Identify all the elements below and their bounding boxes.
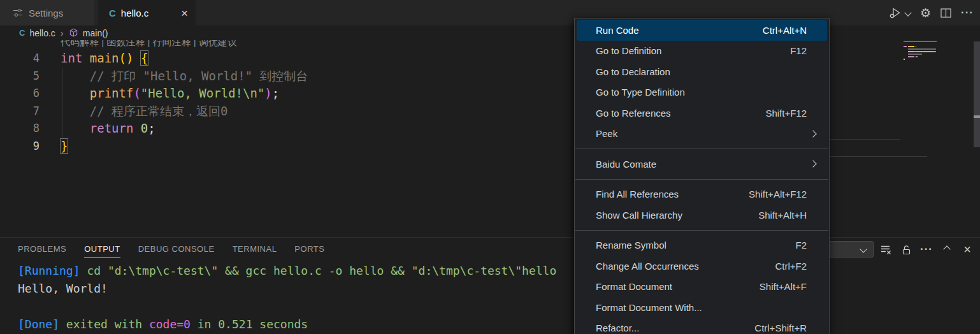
menu-item-shortcut: Ctrl+Shift+R [754,323,807,333]
menu-item-label: Go to Definition [596,45,661,56]
gear-icon[interactable]: ⚙ [920,6,931,20]
code-text: // 程序正常结束，返回0 [61,103,228,120]
tab-label: Settings [29,8,63,18]
menu-item-label: Find All References [596,189,679,200]
menu-item-label: Format Document [596,281,672,292]
menu-item-label: Run Code [596,25,639,36]
codelens-links[interactable]: 代码解释 | 函数注释 | 行间注释 | 调优建议 [61,40,443,50]
tab-label: hello.c [121,8,148,18]
line-number: 7 [0,103,40,120]
more-actions-icon[interactable]: ··· [961,6,974,19]
c-language-icon: C [109,8,116,18]
tab-close-icon[interactable]: × [181,7,188,19]
panel-tab-ports[interactable]: PORTS [294,238,324,260]
menu-item-shortcut: F2 [795,240,807,250]
menu-item-shortcut: F12 [790,45,807,56]
line-number: 8 [0,120,40,138]
menu-item-shortcut: Shift+Alt+H [758,210,807,221]
overview-ruler-cursor-marker [974,115,980,118]
vscode-window: Settings C hello.c × ⚙ ··· [0,0,980,334]
menu-item-run-code[interactable]: Run CodeCtrl+Alt+N [577,20,827,41]
menu-item-baidu-comate[interactable]: Baidu Comate [577,154,827,175]
menu-item-go-to-declaration[interactable]: Go to Declaration [577,61,827,82]
code-text: int main() { [61,50,148,68]
code-text: printf("Hello, World!\n"); [61,85,279,103]
menu-item-format-document-with[interactable]: Format Document With... [577,297,827,318]
line-number: 9 [0,138,40,156]
breadcrumb-chevron-icon: › [61,28,64,38]
hidden-widget-border [830,139,900,140]
menu-item-label: Format Document With... [596,302,702,313]
editor-context-menu: Run CodeCtrl+Alt+NGo to DefinitionF12Go … [574,18,830,334]
tab-hello-c[interactable]: C hello.c × [98,0,196,25]
menu-item-label: Go to Type Definition [596,87,685,98]
menu-item-label: Rename Symbol [596,240,667,250]
menu-item-go-to-definition[interactable]: Go to DefinitionF12 [577,41,827,62]
menu-item-refactor[interactable]: Refactor...Ctrl+Shift+R [577,318,827,334]
bottom-panel: PROBLEMS OUTPUT DEBUG CONSOLE TERMINAL P… [0,237,980,334]
panel-tab-problems[interactable]: PROBLEMS [18,238,66,260]
close-panel-icon[interactable]: × [961,243,974,256]
menu-item-label: Refactor... [596,323,639,333]
code-text: return 0; [61,120,155,138]
panel-tab-debug-console[interactable]: DEBUG CONSOLE [138,238,215,260]
panel-actions: ··· × [879,241,974,258]
code-text: } [61,138,68,156]
more-actions-icon[interactable]: ··· [920,243,933,256]
menu-item-shortcut: Ctrl+F2 [775,261,807,272]
menu-item-label: Go to Declaration [596,66,670,77]
menu-item-label: Go to References [596,108,671,119]
menu-item-label: Peek [596,128,617,139]
editor-actions: ⚙ ··· [888,0,974,25]
menu-separator [575,179,828,180]
line-number: 4 [0,50,40,68]
menu-item-go-to-type-definition[interactable]: Go to Type Definition [577,82,827,103]
output-content: [Running] cd "d:\tmp\c-test\" && gcc hel… [18,262,556,333]
indent-guide [62,68,62,138]
menu-item-label: Change All Occurrences [596,261,699,272]
c-language-icon: C [19,28,25,38]
output-line: [Running] cd "d:\tmp\c-test\" && gcc hel… [18,262,556,280]
menu-item-find-all-references[interactable]: Find All ReferencesShift+Alt+F12 [577,184,827,205]
output-line: Hello, World! [18,280,556,298]
code-editor[interactable]: 代码解释 | 函数注释 | 行间注释 | 调优建议 4int main() {5… [0,40,980,237]
run-or-debug-button[interactable] [888,6,911,19]
split-editor-icon[interactable] [940,8,951,18]
panel-tab-bar: PROBLEMS OUTPUT DEBUG CONSOLE TERMINAL P… [18,238,324,259]
menu-item-show-call-hierarchy[interactable]: Show Call HierarchyShift+Alt+H [577,205,827,226]
menu-item-label: Show Call Hierarchy [596,210,682,221]
editor-tab-bar: Settings C hello.c × ⚙ ··· [0,0,980,25]
breadcrumb-file[interactable]: hello.c [29,28,55,38]
editor-scrollbar[interactable] [974,41,980,147]
panel-tab-terminal[interactable]: TERMINAL [233,238,277,260]
tab-settings[interactable]: Settings [0,0,94,25]
panel-tab-output[interactable]: OUTPUT [84,238,120,260]
menu-item-rename-symbol[interactable]: Rename SymbolF2 [577,235,827,256]
code-text: // 打印 "Hello, World!" 到控制台 [61,68,308,85]
line-number: 6 [0,85,40,103]
menu-item-format-document[interactable]: Format DocumentShift+Alt+F [577,277,827,298]
menu-item-shortcut: Shift+Alt+F12 [749,189,807,200]
submenu-chevron-icon [809,160,816,167]
menu-item-go-to-references[interactable]: Go to ReferencesShift+F12 [577,103,827,124]
output-line [18,298,556,316]
maximize-panel-icon[interactable] [940,243,953,256]
line-number: 5 [0,68,40,85]
breadcrumb-symbol[interactable]: main() [83,28,108,38]
menu-item-shortcut: Shift+Alt+F [760,281,807,292]
menu-item-peek[interactable]: Peek [577,124,827,145]
menu-item-label: Baidu Comate [596,159,656,170]
menu-separator [575,230,828,231]
clear-output-icon[interactable] [879,243,892,256]
submenu-chevron-icon [809,130,816,137]
output-line: [Done] exited with code=0 in 0.521 secon… [18,316,556,333]
menu-item-change-all-occurrences[interactable]: Change All OccurrencesCtrl+F2 [577,256,827,277]
run-dropdown-chevron-icon[interactable] [904,9,911,16]
minimap[interactable] [904,40,955,117]
unlock-icon[interactable] [900,243,912,256]
symbol-cube-icon [69,28,78,38]
menu-separator [575,149,828,149]
breadcrumb: C hello.c › main() [0,25,980,40]
chevron-down-icon [860,245,867,252]
settings-sliders-icon [13,8,23,18]
